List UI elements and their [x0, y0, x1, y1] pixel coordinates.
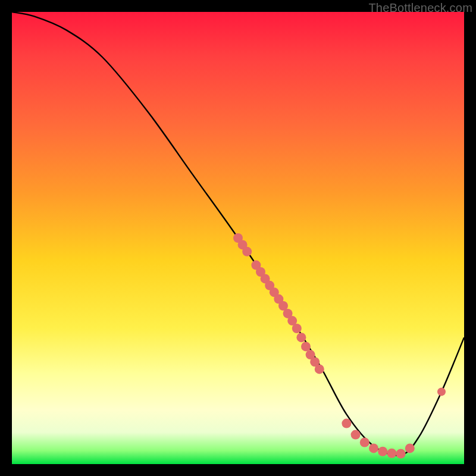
- gradient-background: [12, 12, 464, 464]
- watermark-text: TheBottleneck.com: [368, 1, 472, 15]
- chart-frame: [12, 12, 464, 464]
